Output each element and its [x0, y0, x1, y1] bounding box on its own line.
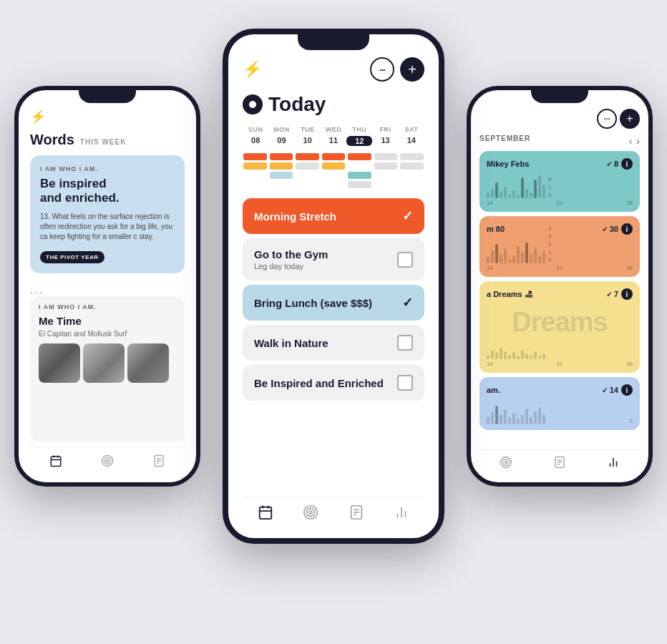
habit-card-am[interactable]: am. ✓ 14 i: [479, 377, 640, 430]
cal-date-12-active[interactable]: 12: [346, 136, 372, 146]
nav-cal-left[interactable]: [49, 454, 62, 471]
task-checkbox[interactable]: [397, 335, 413, 351]
task-label: Be Inspired and Enriched: [254, 377, 384, 389]
task-label: Bring Lunch (save $$$): [254, 297, 372, 309]
day-label-sun: SUN: [243, 126, 268, 133]
task-lunch[interactable]: Bring Lunch (save $$$) ✓: [243, 285, 424, 321]
add-button-right[interactable]: +: [620, 109, 640, 129]
dot: [374, 181, 398, 188]
task-gym[interactable]: Go to the Gym Leg day today: [243, 238, 424, 280]
habit-count: ✓ 8: [606, 160, 618, 168]
more-button-right[interactable]: ···: [597, 109, 617, 129]
cal-row-4: [243, 181, 424, 188]
bolt-icon-left: ⚡: [30, 109, 46, 125]
cal-dots-rows: [243, 153, 424, 188]
habit-name: a Dreams 🏖: [487, 290, 532, 298]
dot: [348, 181, 371, 188]
task-walk[interactable]: Walk in Nature: [243, 325, 424, 361]
dot: [270, 162, 293, 170]
cal-nums-row: 08 09 10 11 12 13 14: [243, 136, 424, 150]
photo-2: [83, 343, 125, 383]
cal-date-13[interactable]: 13: [372, 136, 398, 146]
habit-name: Mikey Febs: [487, 160, 529, 168]
nav-target-icon[interactable]: [303, 504, 318, 524]
card-tag: THE PIVOT YEAR: [40, 251, 104, 263]
dot: [243, 181, 267, 188]
cal-row-2: [243, 162, 424, 170]
words-header: Words THIS WEEK: [30, 132, 185, 148]
dot: [296, 181, 319, 188]
nav-target-left[interactable]: [101, 454, 114, 471]
dreams-text: Dreams: [487, 307, 633, 338]
task-check-done: ✓: [402, 295, 413, 311]
task-checkbox[interactable]: [397, 375, 413, 391]
cal-date-09[interactable]: 09: [268, 136, 294, 146]
task-check-done: ✓: [402, 208, 413, 224]
cal-date-10[interactable]: 10: [295, 136, 321, 146]
right-month: SEPTEMBER: [479, 135, 530, 142]
card-inspired: I AM WHO I AM. Be inspiredand enriched. …: [30, 155, 185, 273]
nav-note-right[interactable]: [553, 456, 566, 472]
task-morning-stretch[interactable]: Morning Stretch ✓: [243, 198, 424, 234]
task-label: Morning Stretch: [254, 210, 336, 223]
habit-card-mikey[interactable]: Mikey Febs ✓ 8 i: [479, 151, 640, 212]
dot: [243, 162, 267, 170]
photos-row: [39, 343, 176, 383]
task-inspired[interactable]: Be Inspired and Enriched: [243, 365, 424, 401]
day-label-thu: THU: [346, 126, 372, 133]
nav-chart-right[interactable]: [607, 456, 620, 472]
info-btn[interactable]: i: [621, 158, 633, 170]
habit-right-nums: 2: [630, 399, 633, 424]
nav-chart-icon[interactable]: [394, 504, 409, 524]
dot: [270, 153, 293, 160]
dot: [322, 153, 346, 160]
next-arrow[interactable]: ›: [636, 135, 640, 147]
info-btn[interactable]: i: [621, 223, 633, 235]
dot: [322, 181, 346, 188]
prev-arrow[interactable]: ‹: [629, 135, 633, 147]
nav-note-icon[interactable]: [349, 504, 364, 524]
habit-chart: [487, 399, 627, 424]
card-me-time: I AM WHO I AM. Me Time El Capitan and Mo…: [30, 296, 185, 442]
left-header: ⚡: [30, 109, 185, 125]
dot: [296, 162, 319, 170]
habit-card-80[interactable]: m 80 ✓ 30 i: [479, 216, 640, 277]
cal-date-11[interactable]: 11: [321, 136, 346, 146]
nav-calendar-icon[interactable]: [258, 504, 273, 524]
info-btn[interactable]: i: [621, 288, 633, 300]
habit-card-dreams[interactable]: a Dreams 🏖 ✓ 7 i Dreams: [479, 281, 640, 373]
info-btn[interactable]: i: [621, 384, 633, 396]
dot: [296, 172, 319, 179]
habit-count: ✓ 7: [606, 290, 618, 298]
task-label: Go to the Gym: [254, 248, 328, 260]
day-label-tue: TUE: [295, 126, 321, 133]
svg-rect-14: [51, 457, 61, 467]
add-button[interactable]: +: [400, 57, 424, 82]
dot: [400, 153, 424, 160]
habit-chart: [487, 172, 545, 198]
task-checkbox[interactable]: [397, 252, 413, 268]
cal-date-08[interactable]: 08: [243, 136, 268, 146]
svg-rect-0: [260, 507, 272, 519]
dot: [243, 172, 267, 179]
phone-notch-left: [79, 90, 136, 103]
right-phone: ··· + SEPTEMBER ‹ › Mikey Febs ✓ 8 i: [467, 86, 653, 487]
nav-note-left[interactable]: [152, 454, 165, 471]
dot: [270, 172, 293, 179]
day-label-fri: FRI: [372, 126, 398, 133]
dot: [322, 172, 346, 179]
right-bottom-nav: [479, 449, 640, 474]
svg-point-5: [307, 509, 315, 517]
habit-right-nums: 8 1 0: [548, 172, 551, 198]
day-label-sat: SAT: [399, 126, 424, 133]
dot: [296, 153, 319, 160]
svg-point-27: [505, 462, 507, 464]
left-phone: ⚡ Words THIS WEEK I AM WHO I AM. Be insp…: [14, 86, 200, 487]
cal-date-14[interactable]: 14: [399, 136, 424, 146]
dot: [322, 162, 346, 170]
more-button[interactable]: ···: [370, 57, 394, 82]
habit-header-row: am. ✓ 14 i: [487, 384, 633, 396]
nav-target-right[interactable]: [500, 456, 512, 472]
habit-header-row: a Dreams 🏖 ✓ 7 i: [487, 288, 633, 300]
day-label-mon: MON: [268, 126, 294, 133]
